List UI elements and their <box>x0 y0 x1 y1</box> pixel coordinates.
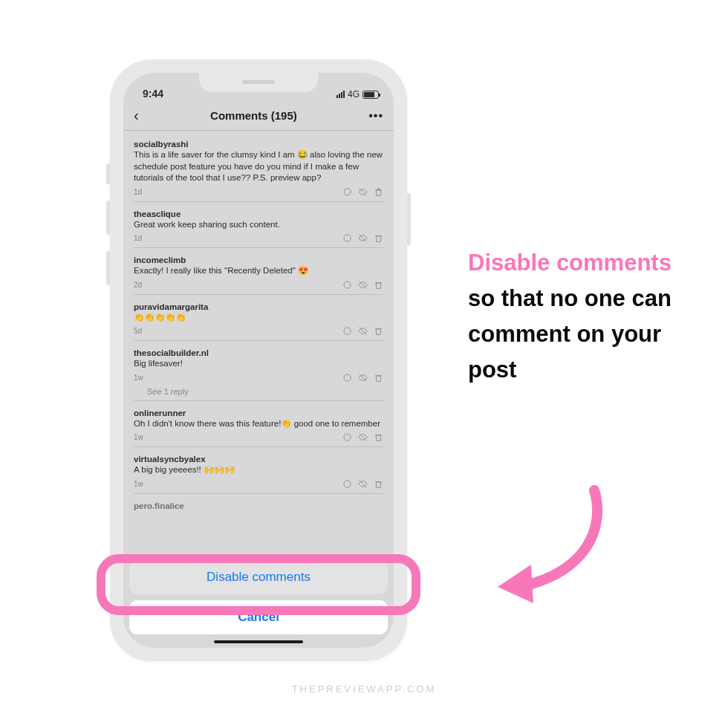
comment-time: 5d <box>134 327 142 335</box>
comment-time: 1w <box>134 374 143 382</box>
reply-icon[interactable] <box>342 479 352 489</box>
comment-time: 1w <box>134 433 143 441</box>
phone-screen: 9:44 4G ‹ Comments (195) ••• socialbyras… <box>123 73 394 648</box>
battery-icon <box>363 91 379 99</box>
home-indicator <box>214 640 303 643</box>
comment-time: 1d <box>134 234 142 242</box>
comment-item: incomeclimb Exactly! I really like this … <box>134 251 383 298</box>
svg-point-1 <box>344 235 351 241</box>
phone-mockup: 9:44 4G ‹ Comments (195) ••• socialbyras… <box>110 59 407 661</box>
hide-icon[interactable] <box>358 373 368 383</box>
comment-username[interactable]: puravidamargarita <box>134 302 383 311</box>
comment-text: Big lifesaver! <box>134 358 383 370</box>
comment-username[interactable]: socialbyrashi <box>134 140 383 149</box>
svg-point-5 <box>344 328 351 334</box>
see-reply-link[interactable]: See 1 reply <box>147 387 383 396</box>
nav-bar: ‹ Comments (195) ••• <box>123 101 394 131</box>
trash-icon[interactable] <box>374 432 383 442</box>
comment-text: Exactly! I really like this "Recently De… <box>134 265 383 277</box>
comment-time: 2d <box>134 281 142 289</box>
svg-point-11 <box>344 481 351 487</box>
svg-point-7 <box>344 374 351 381</box>
comment-item: puravidamargarita 👏👏👏👏👏 5d <box>134 298 383 345</box>
trash-icon[interactable] <box>374 233 383 243</box>
reply-icon[interactable] <box>342 280 352 290</box>
hide-icon[interactable] <box>358 280 368 290</box>
reply-icon[interactable] <box>342 432 352 442</box>
hide-icon[interactable] <box>358 479 368 489</box>
reply-icon[interactable] <box>342 187 352 197</box>
disable-comments-button[interactable]: Disable comments <box>129 560 388 594</box>
comment-username[interactable]: pero.finalice <box>134 501 383 510</box>
comment-item: onlinerunner Oh I didn't know there was … <box>134 404 383 451</box>
more-icon[interactable]: ••• <box>368 109 383 123</box>
status-time: 9:44 <box>143 88 163 100</box>
page-title: Comments (195) <box>210 109 297 122</box>
cancel-button[interactable]: Cancel <box>129 600 388 634</box>
callout-pink: Disable comments <box>468 250 672 276</box>
svg-point-9 <box>344 434 351 441</box>
reply-icon[interactable] <box>342 326 352 336</box>
comment-item: virtualsyncbyalex A big big yeeees!! 🙌🙌🙌… <box>134 450 383 497</box>
trash-icon[interactable] <box>374 187 383 197</box>
hide-icon[interactable] <box>358 326 368 336</box>
callout-rest: so that no one can comment on your post <box>468 285 672 383</box>
phone-side-buttons <box>106 163 110 302</box>
comment-item: pero.finalice <box>134 497 383 513</box>
status-network: 4G <box>348 89 360 100</box>
comment-username[interactable]: thesocialbuilder.nl <box>134 348 383 357</box>
trash-icon[interactable] <box>374 479 383 489</box>
reply-icon[interactable] <box>342 373 352 383</box>
comment-time: 1w <box>134 480 143 488</box>
comment-text: A big big yeeees!! 🙌🙌🙌 <box>134 464 383 476</box>
trash-icon[interactable] <box>374 326 383 336</box>
action-sheet: Disable comments Cancel <box>123 560 394 648</box>
arrow-icon <box>475 475 624 609</box>
watermark: THEPREVIEWAPP.COM <box>0 683 728 695</box>
phone-power-button <box>407 193 411 245</box>
annotation-callout: Disable comments so that no one can comm… <box>468 245 698 388</box>
comment-username[interactable]: onlinerunner <box>134 409 383 417</box>
comment-text: Great work keep sharing such content. <box>134 219 383 231</box>
comment-item: thesocialbuilder.nl Big lifesaver! 1w Se… <box>134 344 383 404</box>
trash-icon[interactable] <box>374 373 383 383</box>
comment-item: theasclique Great work keep sharing such… <box>134 205 383 252</box>
comment-username[interactable]: virtualsyncbyalex <box>134 455 383 464</box>
comment-list: socialbyrashi This is a life saver for t… <box>123 131 394 513</box>
comment-username[interactable]: incomeclimb <box>134 256 383 264</box>
hide-icon[interactable] <box>358 432 368 442</box>
reply-icon[interactable] <box>342 233 352 243</box>
hide-icon[interactable] <box>358 187 368 197</box>
back-icon[interactable]: ‹ <box>134 107 139 124</box>
trash-icon[interactable] <box>374 280 383 290</box>
phone-notch <box>199 73 318 92</box>
comment-username[interactable]: theasclique <box>134 209 383 218</box>
comment-item: socialbyrashi This is a life saver for t… <box>134 135 383 205</box>
comment-time: 1d <box>134 188 142 196</box>
signal-icon <box>337 91 345 98</box>
comment-text: This is a life saver for the clumsy kind… <box>134 149 383 184</box>
svg-point-3 <box>344 281 351 287</box>
comment-text: 👏👏👏👏👏 <box>134 312 383 324</box>
hide-icon[interactable] <box>358 233 368 243</box>
comment-text: Oh I didn't know there was this feature!… <box>134 418 383 430</box>
